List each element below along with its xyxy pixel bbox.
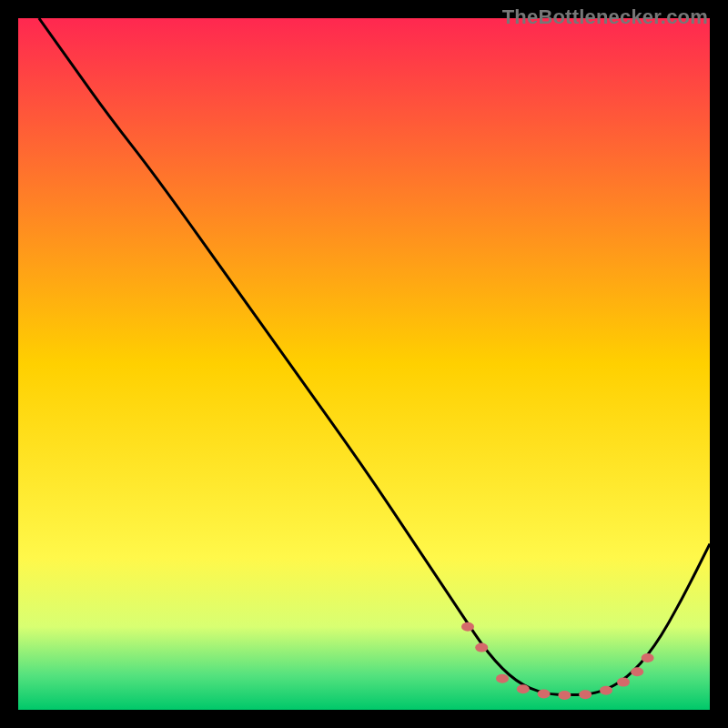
data-marker bbox=[600, 686, 612, 695]
data-marker bbox=[579, 690, 592, 699]
gradient-background bbox=[18, 18, 710, 710]
chart-frame bbox=[18, 18, 710, 710]
data-marker bbox=[642, 653, 654, 662]
data-marker bbox=[517, 684, 530, 693]
data-marker bbox=[496, 674, 509, 683]
data-marker bbox=[475, 643, 488, 652]
watermark-text: TheBottlenecker.com bbox=[502, 5, 708, 29]
data-marker bbox=[617, 678, 630, 687]
data-marker bbox=[538, 690, 551, 699]
data-marker bbox=[558, 691, 571, 700]
data-marker bbox=[631, 667, 643, 676]
data-marker bbox=[461, 622, 474, 632]
chart-plot bbox=[18, 18, 710, 710]
